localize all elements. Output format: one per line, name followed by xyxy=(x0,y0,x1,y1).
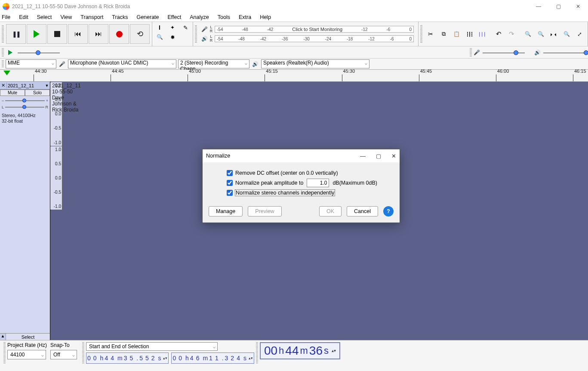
chevron-updown-icon[interactable]: ▴▾ xyxy=(332,349,336,352)
track-close-button[interactable]: ✕ xyxy=(0,83,7,88)
multi-tool[interactable] xyxy=(166,32,179,42)
menu-edit[interactable]: Edit xyxy=(15,13,33,21)
manage-button[interactable]: Manage xyxy=(209,206,243,216)
waveform-area[interactable]: 2021_12_11 10-55-50 Dave Johnson & Rick … xyxy=(50,82,51,210)
redo-button[interactable] xyxy=(505,29,518,39)
project-rate-select[interactable]: 44100 xyxy=(7,350,46,359)
track-name[interactable]: 2021_12_11 xyxy=(7,83,44,88)
snap-to-select[interactable]: Off xyxy=(50,350,77,359)
selection-end-field[interactable]: 00h 46m 11. 324s ▴▾ xyxy=(171,352,254,364)
clip-title[interactable]: 2021_12_11 10-55-50 Dave Johnson & Rick … xyxy=(52,83,81,113)
dialog-minimize-button[interactable]: — xyxy=(360,153,366,159)
minimize-button[interactable]: — xyxy=(529,0,548,13)
menu-tracks[interactable]: Tracks xyxy=(108,13,132,21)
close-button[interactable]: ✕ xyxy=(568,0,588,13)
cut-button[interactable] xyxy=(424,29,437,39)
skip-start-button[interactable] xyxy=(68,24,88,44)
zoom-sel-button[interactable] xyxy=(547,29,560,39)
copy-button[interactable] xyxy=(437,29,450,39)
dialog-titlebar[interactable]: Normalize — ▢ ✕ xyxy=(203,149,400,162)
audio-host-select[interactable]: MME xyxy=(6,59,56,68)
play-at-speed-button[interactable] xyxy=(6,48,15,57)
maximize-button[interactable]: ▢ xyxy=(548,0,568,13)
grip-icon[interactable] xyxy=(470,48,472,57)
pan-slider[interactable]: LR xyxy=(2,104,48,110)
trim-button[interactable] xyxy=(463,29,476,39)
menu-file[interactable]: File xyxy=(0,13,15,21)
meter-lr-labels: LR xyxy=(208,25,215,33)
recording-channels-select[interactable]: 2 (Stereo) Recording Chann xyxy=(178,59,249,68)
play-button[interactable] xyxy=(27,24,46,44)
zoom-fit-button[interactable] xyxy=(560,29,573,39)
preview-button[interactable]: Preview xyxy=(248,206,281,216)
fit-selection-icon xyxy=(550,31,557,37)
selection-mode-select[interactable]: Start and End of Selection xyxy=(86,342,218,351)
zoom-toggle-button[interactable] xyxy=(573,29,586,39)
grip-icon[interactable] xyxy=(2,48,4,57)
envelope-tool[interactable] xyxy=(166,23,179,32)
grip-icon[interactable] xyxy=(256,342,258,364)
normalize-peak-label: Normalize peak amplitude to xyxy=(235,180,303,186)
transport-toolbar xyxy=(0,22,152,46)
grip-icon[interactable] xyxy=(195,25,197,43)
grip-icon[interactable] xyxy=(3,342,6,364)
record-button[interactable] xyxy=(109,24,129,44)
ok-button[interactable]: OK xyxy=(319,206,342,216)
menu-select[interactable]: Select xyxy=(33,13,56,21)
peak-amplitude-input[interactable] xyxy=(307,179,329,187)
menu-tools[interactable]: Tools xyxy=(213,13,234,21)
record-volume-slider[interactable] xyxy=(480,49,527,56)
playback-speed-slider[interactable] xyxy=(15,49,62,56)
playback-meter[interactable]: -54-48-42-36-30-24-18-12-60 xyxy=(215,35,414,42)
monitor-prompt[interactable]: Click to Start Monitoring xyxy=(292,27,342,32)
timeline-ruler[interactable]: 44:30 44:45 45:00 45:15 45:30 45:45 46:0… xyxy=(0,70,588,82)
zoom-tool[interactable] xyxy=(153,32,166,42)
grip-icon[interactable] xyxy=(420,25,422,43)
normalize-peak-checkbox[interactable] xyxy=(227,180,233,186)
mute-button[interactable]: Mute xyxy=(0,90,25,96)
draw-tool[interactable] xyxy=(179,23,192,32)
record-meter[interactable]: -54-48-42 Click to Start Monitoring -12-… xyxy=(215,26,414,33)
audio-position-field[interactable]: 00h 44m 36s ▴▾ xyxy=(260,342,340,359)
menu-transport[interactable]: Transport xyxy=(76,13,108,21)
grip-icon[interactable] xyxy=(2,60,4,68)
dialog-title: Normalize xyxy=(206,153,230,159)
menubar: File Edit Select View Transport Tracks G… xyxy=(0,13,588,22)
cancel-button[interactable]: Cancel xyxy=(347,206,378,216)
menu-view[interactable]: View xyxy=(56,13,76,21)
chevron-updown-icon[interactable]: ▴▾ xyxy=(249,357,253,360)
microphone-icon[interactable] xyxy=(201,26,208,32)
stop-button[interactable] xyxy=(47,24,67,44)
paste-button[interactable] xyxy=(450,29,463,39)
vertical-scale[interactable]: 1.00.50.0-0.5-1.0 xyxy=(50,146,62,210)
zoom-in-button[interactable] xyxy=(521,29,534,39)
track-menu-button[interactable]: ▼ xyxy=(44,83,50,88)
recording-device-select[interactable]: Microphone (Nuvoton UAC DMIC) xyxy=(68,59,176,68)
solo-button[interactable]: Solo xyxy=(25,90,50,96)
menu-effect[interactable]: Effect xyxy=(163,13,186,21)
help-button[interactable]: ? xyxy=(383,206,394,216)
dialog-maximize-button[interactable]: ▢ xyxy=(376,153,381,159)
speaker-icon[interactable] xyxy=(201,36,208,42)
grip-icon[interactable] xyxy=(82,342,84,364)
playback-device-select[interactable]: Speakers (Realtek(R) Audio) xyxy=(261,59,369,68)
loop-button[interactable] xyxy=(130,24,150,44)
skip-end-button[interactable] xyxy=(89,24,108,44)
dialog-close-button[interactable]: ✕ xyxy=(391,153,396,159)
playback-volume-slider[interactable] xyxy=(541,49,588,56)
selection-start-field[interactable]: 00h 44m 35. 552s ▴▾ xyxy=(86,352,169,364)
silence-button[interactable] xyxy=(476,29,489,39)
menu-extra[interactable]: Extra xyxy=(234,13,256,21)
menu-help[interactable]: Help xyxy=(256,13,275,21)
pause-button[interactable] xyxy=(6,24,26,44)
menu-analyze[interactable]: Analyze xyxy=(185,13,213,21)
menu-generate[interactable]: Generate xyxy=(132,13,163,21)
grip-icon[interactable] xyxy=(2,25,4,43)
chevron-updown-icon[interactable]: ▴▾ xyxy=(163,357,167,360)
normalize-stereo-independent-checkbox[interactable] xyxy=(227,190,233,196)
remove-dc-offset-checkbox[interactable] xyxy=(227,170,233,176)
selection-tool[interactable] xyxy=(153,23,166,32)
zoom-out-button[interactable] xyxy=(534,29,547,39)
gain-slider[interactable]: –+ xyxy=(2,97,48,104)
undo-button[interactable] xyxy=(492,29,505,39)
